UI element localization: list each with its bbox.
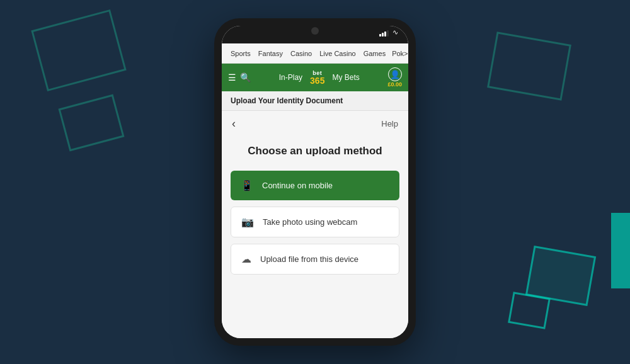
signal-bar-4 [387,30,389,37]
main-nav-bar: ☰ 🔍 In-Play bet 365 My Bets 👤 £0.00 [222,64,408,91]
signal-bar-3 [384,31,386,37]
tab-fantasy[interactable]: Fantasy [255,43,287,63]
bg-decoration-1 [31,9,126,91]
signal-bar-1 [379,34,381,37]
account-icon[interactable]: 👤 [388,67,402,81]
status-bar-icons: ∿ [379,28,398,37]
mobile-icon: 📱 [241,179,253,191]
webcam-icon: 📷 [241,216,254,228]
wifi-icon: ∿ [392,28,398,37]
tab-games[interactable]: Games [360,43,389,63]
nav-more: Pok > [389,50,408,57]
my-bets-link[interactable]: My Bets [332,73,359,82]
phone-device: ∿ Sports Fantasy Casino Live Casino [214,18,416,346]
main-content: Choose an upload method 📱 Continue on mo… [222,134,408,285]
upload-method-title: Choose an upload method [231,144,399,158]
account-balance: £0.00 [387,81,402,88]
search-icon[interactable]: 🔍 [240,72,251,82]
upload-header-title: Upload Your Identity Document [231,96,343,105]
continue-mobile-label: Continue on mobile [262,181,333,190]
top-bar: ‹ Help [222,111,408,134]
upload-file-label: Upload file from this device [260,254,358,264]
take-photo-button[interactable]: 📷 Take photo using webcam [231,207,399,237]
tab-live-casino[interactable]: Live Casino [316,43,359,63]
upload-icon: ☁ [241,253,251,265]
nav-right: 👤 £0.00 [387,67,402,88]
in-play-link[interactable]: In-Play [279,73,302,82]
tab-sports[interactable]: Sports [227,43,255,63]
bg-decoration-5 [508,292,551,329]
nav-tabs: Sports Fantasy Casino Live Casino Games … [222,43,408,64]
tab-casino[interactable]: Casino [287,43,316,63]
nav-left: ☰ 🔍 [228,72,251,82]
hamburger-icon[interactable]: ☰ [228,72,236,82]
back-button[interactable]: ‹ [232,117,236,130]
phone-frame: ∿ Sports Fantasy Casino Live Casino [214,18,416,346]
phone-camera [311,27,319,35]
bg-decoration-teal [611,213,630,288]
bg-decoration-2 [58,94,124,152]
nav-center: In-Play bet 365 My Bets [279,71,360,85]
signal-icon [379,29,389,37]
signal-bar-2 [382,33,384,37]
bg-decoration-3 [487,31,571,100]
upload-header: Upload Your Identity Document [222,91,408,111]
upload-file-button[interactable]: ☁ Upload file from this device [231,244,399,275]
bet365-logo[interactable]: bet 365 [310,71,324,85]
content-area: ‹ Help Choose an upload method 📱 Continu… [222,111,408,338]
help-link[interactable]: Help [381,119,398,128]
phone-screen: Sports Fantasy Casino Live Casino Games … [222,26,408,338]
take-photo-label: Take photo using webcam [263,217,357,227]
continue-mobile-button[interactable]: 📱 Continue on mobile [231,171,399,200]
